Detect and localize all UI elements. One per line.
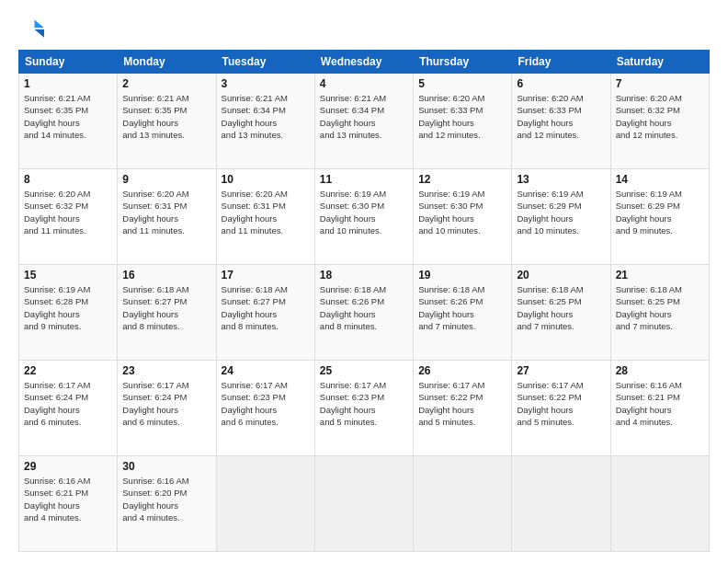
calendar-header-cell: Wednesday [314, 51, 413, 74]
day-number: 7 [616, 77, 704, 90]
calendar-week-row: 1 Sunrise: 6:21 AM Sunset: 6:35 PM Dayli… [19, 74, 710, 169]
day-detail: Sunrise: 6:17 AM Sunset: 6:24 PM Dayligh… [122, 379, 210, 428]
calendar-day-cell: 27 Sunrise: 6:17 AM Sunset: 6:22 PM Dayl… [512, 361, 610, 456]
calendar-week-row: 8 Sunrise: 6:20 AM Sunset: 6:32 PM Dayli… [19, 169, 710, 265]
day-detail: Sunrise: 6:19 AM Sunset: 6:29 PM Dayligh… [616, 188, 704, 236]
day-number: 4 [320, 77, 408, 90]
calendar-day-cell: 14 Sunrise: 6:19 AM Sunset: 6:29 PM Dayl… [610, 169, 709, 265]
calendar-day-cell [314, 456, 413, 552]
calendar-header-cell: Friday [512, 51, 610, 74]
calendar-header-cell: Sunday [19, 51, 118, 74]
day-detail: Sunrise: 6:20 AM Sunset: 6:32 PM Dayligh… [24, 188, 112, 236]
calendar-day-cell: 17 Sunrise: 6:18 AM Sunset: 6:27 PM Dayl… [216, 265, 314, 361]
day-number: 11 [320, 173, 408, 186]
calendar-day-cell: 22 Sunrise: 6:17 AM Sunset: 6:24 PM Dayl… [19, 361, 118, 456]
calendar-day-cell: 7 Sunrise: 6:20 AM Sunset: 6:32 PM Dayli… [610, 74, 709, 169]
calendar-day-cell [414, 456, 512, 552]
calendar-week-row: 15 Sunrise: 6:19 AM Sunset: 6:28 PM Dayl… [19, 265, 710, 361]
calendar-day-cell: 6 Sunrise: 6:20 AM Sunset: 6:33 PM Dayli… [512, 74, 610, 169]
day-number: 9 [122, 173, 210, 186]
day-number: 18 [320, 269, 408, 282]
calendar-day-cell: 21 Sunrise: 6:18 AM Sunset: 6:25 PM Dayl… [610, 265, 709, 361]
page: SundayMondayTuesdayWednesdayThursdayFrid… [0, 0, 728, 563]
day-detail: Sunrise: 6:21 AM Sunset: 6:35 PM Dayligh… [24, 92, 112, 141]
calendar-day-cell [512, 456, 610, 552]
calendar-day-cell: 18 Sunrise: 6:18 AM Sunset: 6:26 PM Dayl… [314, 265, 413, 361]
day-detail: Sunrise: 6:21 AM Sunset: 6:34 PM Dayligh… [320, 92, 408, 141]
calendar-day-cell: 12 Sunrise: 6:19 AM Sunset: 6:30 PM Dayl… [414, 169, 512, 265]
day-detail: Sunrise: 6:18 AM Sunset: 6:25 PM Dayligh… [517, 283, 605, 332]
day-number: 29 [24, 460, 112, 473]
day-detail: Sunrise: 6:20 AM Sunset: 6:32 PM Dayligh… [616, 92, 704, 141]
day-number: 6 [517, 77, 605, 90]
calendar-week-row: 22 Sunrise: 6:17 AM Sunset: 6:24 PM Dayl… [19, 361, 710, 456]
day-number: 13 [517, 173, 605, 186]
day-number: 23 [122, 364, 210, 377]
day-number: 8 [24, 173, 112, 186]
day-number: 10 [222, 173, 310, 186]
calendar-day-cell: 29 Sunrise: 6:16 AM Sunset: 6:21 PM Dayl… [19, 456, 118, 552]
day-number: 16 [122, 269, 210, 282]
calendar-header-cell: Monday [118, 51, 216, 74]
calendar-day-cell: 20 Sunrise: 6:18 AM Sunset: 6:25 PM Dayl… [512, 265, 610, 361]
calendar-day-cell: 5 Sunrise: 6:20 AM Sunset: 6:33 PM Dayli… [414, 74, 512, 169]
calendar-day-cell: 19 Sunrise: 6:18 AM Sunset: 6:26 PM Dayl… [414, 265, 512, 361]
day-detail: Sunrise: 6:17 AM Sunset: 6:22 PM Dayligh… [418, 379, 506, 428]
day-number: 28 [616, 364, 704, 377]
day-detail: Sunrise: 6:17 AM Sunset: 6:23 PM Dayligh… [320, 379, 408, 428]
day-number: 22 [24, 364, 112, 377]
calendar-header-cell: Thursday [414, 51, 512, 74]
calendar-day-cell: 4 Sunrise: 6:21 AM Sunset: 6:34 PM Dayli… [314, 74, 413, 169]
day-detail: Sunrise: 6:20 AM Sunset: 6:31 PM Dayligh… [222, 188, 310, 236]
calendar-day-cell: 24 Sunrise: 6:17 AM Sunset: 6:23 PM Dayl… [216, 361, 314, 456]
calendar-day-cell: 2 Sunrise: 6:21 AM Sunset: 6:35 PM Dayli… [118, 74, 216, 169]
calendar-header-cell: Tuesday [216, 51, 314, 74]
day-detail: Sunrise: 6:18 AM Sunset: 6:27 PM Dayligh… [122, 283, 210, 332]
calendar-day-cell: 15 Sunrise: 6:19 AM Sunset: 6:28 PM Dayl… [19, 265, 118, 361]
day-number: 25 [320, 364, 408, 377]
day-number: 17 [222, 269, 310, 282]
day-detail: Sunrise: 6:19 AM Sunset: 6:30 PM Dayligh… [418, 188, 506, 236]
calendar-table: SundayMondayTuesdayWednesdayThursdayFrid… [18, 50, 710, 552]
day-number: 3 [222, 77, 310, 90]
day-detail: Sunrise: 6:21 AM Sunset: 6:35 PM Dayligh… [122, 92, 210, 141]
day-number: 12 [418, 173, 506, 186]
day-detail: Sunrise: 6:19 AM Sunset: 6:30 PM Dayligh… [320, 188, 408, 236]
day-number: 27 [517, 364, 605, 377]
day-number: 5 [418, 77, 506, 90]
svg-marker-1 [35, 29, 45, 38]
svg-marker-0 [35, 20, 45, 29]
day-detail: Sunrise: 6:20 AM Sunset: 6:31 PM Dayligh… [122, 188, 210, 236]
day-number: 20 [517, 269, 605, 282]
calendar-day-cell: 28 Sunrise: 6:16 AM Sunset: 6:21 PM Dayl… [610, 361, 709, 456]
day-number: 1 [24, 77, 112, 90]
calendar-header-row: SundayMondayTuesdayWednesdayThursdayFrid… [19, 51, 710, 74]
calendar-day-cell: 10 Sunrise: 6:20 AM Sunset: 6:31 PM Dayl… [216, 169, 314, 265]
day-detail: Sunrise: 6:18 AM Sunset: 6:26 PM Dayligh… [320, 283, 408, 332]
calendar-day-cell: 25 Sunrise: 6:17 AM Sunset: 6:23 PM Dayl… [314, 361, 413, 456]
day-detail: Sunrise: 6:18 AM Sunset: 6:26 PM Dayligh… [418, 283, 506, 332]
day-number: 14 [616, 173, 704, 186]
calendar-day-cell: 11 Sunrise: 6:19 AM Sunset: 6:30 PM Dayl… [314, 169, 413, 265]
calendar-day-cell: 13 Sunrise: 6:19 AM Sunset: 6:29 PM Dayl… [512, 169, 610, 265]
day-detail: Sunrise: 6:21 AM Sunset: 6:34 PM Dayligh… [222, 92, 310, 141]
calendar-day-cell: 26 Sunrise: 6:17 AM Sunset: 6:22 PM Dayl… [414, 361, 512, 456]
day-number: 19 [418, 269, 506, 282]
day-detail: Sunrise: 6:16 AM Sunset: 6:20 PM Dayligh… [122, 475, 210, 523]
day-detail: Sunrise: 6:16 AM Sunset: 6:21 PM Dayligh… [24, 475, 112, 523]
calendar-day-cell [610, 456, 709, 552]
calendar-day-cell [216, 456, 314, 552]
day-detail: Sunrise: 6:18 AM Sunset: 6:27 PM Dayligh… [222, 283, 310, 332]
day-detail: Sunrise: 6:17 AM Sunset: 6:24 PM Dayligh… [24, 379, 112, 428]
calendar-day-cell: 1 Sunrise: 6:21 AM Sunset: 6:35 PM Dayli… [19, 74, 118, 169]
day-detail: Sunrise: 6:16 AM Sunset: 6:21 PM Dayligh… [616, 379, 704, 428]
calendar-day-cell: 8 Sunrise: 6:20 AM Sunset: 6:32 PM Dayli… [19, 169, 118, 265]
day-number: 2 [122, 77, 210, 90]
day-number: 21 [616, 269, 704, 282]
day-number: 26 [418, 364, 506, 377]
calendar-week-row: 29 Sunrise: 6:16 AM Sunset: 6:21 PM Dayl… [19, 456, 710, 552]
day-number: 15 [24, 269, 112, 282]
day-detail: Sunrise: 6:20 AM Sunset: 6:33 PM Dayligh… [418, 92, 506, 141]
header [18, 17, 710, 42]
calendar-day-cell: 23 Sunrise: 6:17 AM Sunset: 6:24 PM Dayl… [118, 361, 216, 456]
